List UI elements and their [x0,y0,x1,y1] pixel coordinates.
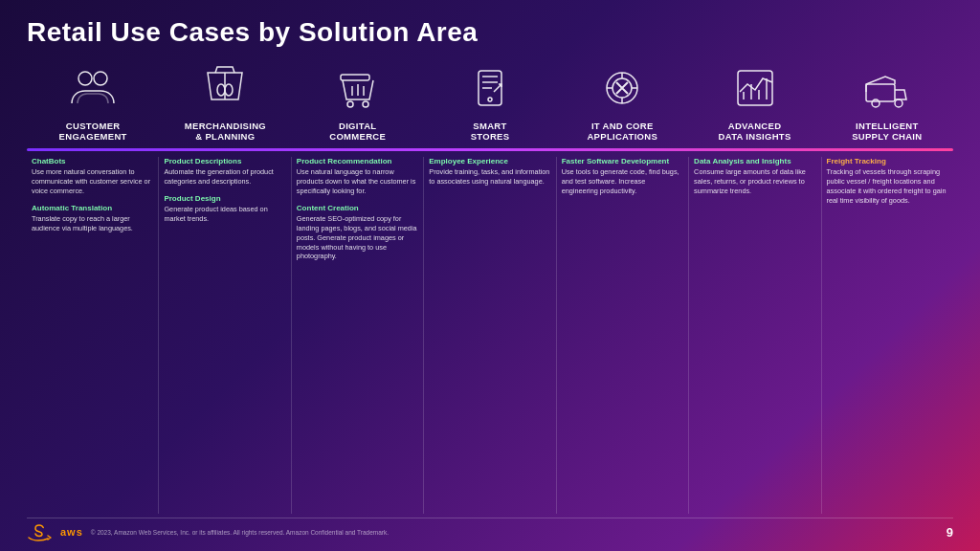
col-header-digital-commerce: DIGITALCOMMERCE [292,59,424,143]
col-header-supply-chain: INTELLIGENTSUPPLY CHAIN [821,59,953,143]
use-case: Content CreationGenerate SEO-optimized c… [297,204,418,262]
supply-chain-icon [862,59,912,117]
svg-point-17 [872,99,880,107]
slide: Retail Use Cases by Solution Area CUSTOM… [0,0,980,551]
use-case: Product DesignGenerate product ideas bas… [164,194,285,224]
aws-icon [27,522,57,541]
use-case-desc: Use more natural conversation to communi… [32,167,153,196]
use-case-title: Freight Tracking [827,157,948,166]
use-case-title: Product Design [164,194,285,204]
use-case-title: Employee Experience [429,157,550,166]
columns-area: CUSTOMERENGAGEMENTMERCHANDISING& PLANNIN… [27,59,953,514]
footer-left: aws © 2023, Amazon Web Services, Inc. or… [27,522,389,541]
col-content-advanced-data: Data Analysis and InsightsConsume large … [689,157,821,514]
col-content-merchandising: Product DescriptionsAutomate the generat… [159,157,291,514]
smart-stores-label: SMARTSTORES [471,121,510,143]
use-case-desc: Tracking of vessels through scraping pub… [827,167,948,205]
digital-commerce-icon [333,59,383,117]
content-row: ChatBotsUse more natural conversation to… [27,157,953,514]
svg-point-0 [78,72,92,85]
use-case: Product DescriptionsAutomate the generat… [164,157,285,187]
svg-rect-16 [866,84,895,101]
col-content-smart-stores: Employee ExperienceProvide training, tas… [424,157,556,514]
aws-text: aws [60,526,83,538]
use-case: Employee ExperienceProvide training, tas… [429,157,550,187]
aws-logo: aws [27,522,83,541]
use-case-title: Product Descriptions [164,157,285,166]
svg-point-6 [347,101,353,107]
it-core-icon [597,59,647,117]
advanced-data-icon [730,59,780,117]
use-case-desc: Use tools to generate code, find bugs, a… [562,167,683,196]
use-case-desc: Automate the generation of product categ… [164,167,285,187]
svg-point-18 [895,99,902,107]
use-case-desc: Use natural language to narrow products … [297,167,418,196]
use-case-title: ChatBots [32,157,153,166]
customer-engagement-label: CUSTOMERENGAGEMENT [59,121,127,143]
advanced-data-label: ADVANCEDDATA INSIGHTS [719,121,791,143]
merchandising-label: MERCHANDISING& PLANNING [185,121,266,143]
use-case: Faster Software DevelopmentUse tools to … [562,157,683,196]
use-case-title: Product Recommendation [297,157,418,166]
use-case: Product RecommendationUse natural langua… [297,157,418,196]
customer-engagement-icon [68,59,118,117]
use-case-desc: Translate copy to reach a larger audienc… [32,214,153,233]
use-case-desc: Generate SEO-optimized copy for landing … [297,214,418,261]
page-title: Retail Use Cases by Solution Area [27,17,953,48]
it-core-label: IT AND COREAPPLICATIONS [587,121,657,143]
use-case-desc: Provide training, tasks, and information… [429,167,550,187]
use-case-title: Faster Software Development [562,157,683,166]
svg-point-7 [363,101,368,107]
col-header-merchandising: MERCHANDISING& PLANNING [159,59,291,143]
col-content-it-core: Faster Software DevelopmentUse tools to … [557,157,689,514]
merchandising-icon [200,59,250,117]
svg-point-9 [488,98,492,101]
smart-stores-icon [465,59,515,117]
col-content-supply-chain: Freight TrackingTracking of vessels thro… [822,157,953,514]
col-header-advanced-data: ADVANCEDDATA INSIGHTS [688,59,820,143]
digital-commerce-label: DIGITALCOMMERCE [329,121,386,143]
col-header-customer-engagement: CUSTOMERENGAGEMENT [27,59,159,143]
svg-point-2 [217,84,225,96]
col-header-it-core: IT AND COREAPPLICATIONS [556,59,688,143]
use-case: Automatic TranslationTranslate copy to r… [32,204,153,233]
footer: aws © 2023, Amazon Web Services, Inc. or… [27,518,953,541]
svg-point-3 [225,84,233,96]
col-content-customer-engagement: ChatBotsUse more natural conversation to… [27,157,159,514]
svg-point-1 [94,72,107,85]
use-case: ChatBotsUse more natural conversation to… [32,157,153,196]
use-case: Data Analysis and InsightsConsume large … [694,157,815,196]
use-case-title: Automatic Translation [32,204,153,213]
footer-page-number: 9 [947,525,953,540]
use-case-title: Data Analysis and Insights [694,157,815,166]
col-header-smart-stores: SMARTSTORES [424,59,556,143]
icons-row: CUSTOMERENGAGEMENTMERCHANDISING& PLANNIN… [27,59,953,143]
use-case-title: Content Creation [297,204,418,213]
col-content-digital-commerce: Product RecommendationUse natural langua… [292,157,424,514]
footer-copyright: © 2023, Amazon Web Services, Inc. or its… [91,529,389,536]
use-case-desc: Generate product ideas based on market t… [164,205,285,224]
divider-line [27,148,953,151]
use-case: Freight TrackingTracking of vessels thro… [827,157,948,206]
use-case-desc: Consume large amounts of data like sales… [694,167,815,196]
svg-rect-5 [341,75,369,80]
supply-chain-label: INTELLIGENTSUPPLY CHAIN [852,121,922,143]
